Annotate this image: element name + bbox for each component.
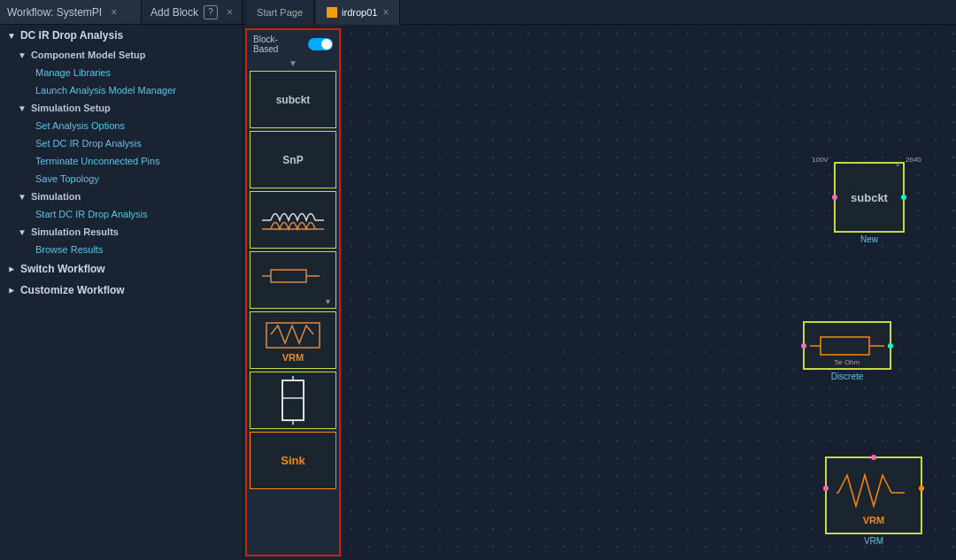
svg-rect-4 bbox=[271, 270, 306, 282]
irdrop01-tab-label: irdrop01 bbox=[342, 7, 377, 18]
sim-setup-subsection: ▼ Simulation Setup Set Analysis Options … bbox=[0, 99, 243, 188]
customize-workflow-label: Customize Workflow bbox=[20, 284, 125, 296]
add-block-label: Add Block bbox=[150, 6, 198, 19]
discrete-label: Discrete bbox=[831, 372, 864, 381]
dc-ir-arrow: ▼ bbox=[7, 31, 16, 41]
block-subckt[interactable]: subckt bbox=[250, 71, 336, 128]
sim-results-arrow: ▼ bbox=[18, 227, 27, 237]
block-via[interactable] bbox=[250, 372, 336, 429]
resistor-icon bbox=[258, 258, 328, 303]
workflow-tab-label: Workflow: SystemPI bbox=[7, 6, 102, 19]
customize-workflow-arrow: ▼ bbox=[6, 286, 16, 295]
browse-results-item[interactable]: Browse Results bbox=[11, 241, 243, 258]
irdrop01-tab[interactable]: irdrop01 × bbox=[316, 0, 400, 25]
sim-setup-header[interactable]: ▼ Simulation Setup bbox=[11, 99, 243, 117]
block-snp[interactable]: SnP bbox=[250, 131, 336, 188]
tabs-area: Start Page irdrop01 × bbox=[243, 0, 956, 24]
vrm-symbol bbox=[262, 318, 324, 352]
simulation-subsection: ▼ Simulation Start DC IR Drop Analysis bbox=[0, 188, 243, 223]
block-based-toggle[interactable] bbox=[308, 38, 333, 50]
switch-workflow-section[interactable]: ▼ Switch Workflow bbox=[0, 258, 243, 280]
add-block-panel: Block-Based ▼ subckt SnP bbox=[245, 28, 341, 556]
vrm-canvas-label: VRM bbox=[863, 515, 884, 525]
component-model-subsection: ▼ Component Model Setup Manage Libraries… bbox=[0, 46, 243, 99]
simulation-label: Simulation bbox=[31, 191, 81, 202]
inductor-icon bbox=[258, 198, 328, 242]
vrm-block-content: VRM bbox=[262, 318, 324, 363]
main-layout: ▼ DC IR Drop Analysis ▼ Component Model … bbox=[0, 25, 956, 560]
workflow-close-icon[interactable]: × bbox=[111, 6, 117, 19]
switch-workflow-arrow: ▼ bbox=[6, 265, 16, 273]
vrm-pin-left bbox=[823, 486, 829, 491]
block-based-row: Block-Based bbox=[250, 33, 336, 56]
vrm-canvas-svg bbox=[834, 466, 914, 515]
simulation-header[interactable]: ▼ Simulation bbox=[11, 188, 243, 205]
vrm-block-label: VRM bbox=[282, 352, 304, 363]
workflow-tab[interactable]: Workflow: SystemPI × bbox=[0, 0, 142, 24]
help-button[interactable]: ? bbox=[204, 5, 218, 19]
terminate-item[interactable]: Terminate Unconnected Pins bbox=[11, 152, 243, 170]
component-box-discrete: 5e Ohm bbox=[803, 321, 891, 370]
component-vrm[interactable]: VRM VRM bbox=[825, 456, 922, 546]
simulation-arrow: ▼ bbox=[18, 192, 27, 202]
block-based-label: Block-Based bbox=[253, 35, 303, 54]
switch-workflow-label: Switch Workflow bbox=[20, 263, 105, 275]
irdrop01-tab-icon bbox=[327, 7, 337, 18]
discrete-pin-left bbox=[801, 343, 806, 349]
toggle-knob bbox=[321, 39, 332, 50]
block-sink-label: Sink bbox=[281, 454, 305, 467]
top-bar: Workflow: SystemPI × Add Block ? × Start… bbox=[0, 0, 956, 25]
wire-label-1: 100V bbox=[812, 156, 829, 164]
irdrop01-close-icon[interactable]: × bbox=[382, 6, 389, 19]
component-subckt-new[interactable]: subckt s New bbox=[834, 162, 905, 244]
resistor-dropdown: ▼ bbox=[324, 297, 332, 306]
set-dc-ir-item[interactable]: Set DC IR Drop Analysis bbox=[11, 134, 243, 152]
subckt-new-label: New bbox=[860, 234, 878, 244]
subckt-new-text: subckt bbox=[851, 191, 888, 204]
dropdown-arrow[interactable]: ▼ bbox=[250, 58, 336, 68]
sidebar: ▼ DC IR Drop Analysis ▼ Component Model … bbox=[0, 25, 243, 560]
sim-results-label: Simulation Results bbox=[31, 226, 119, 237]
component-model-arrow: ▼ bbox=[18, 50, 27, 60]
vrm-pin-top bbox=[871, 455, 876, 460]
manage-libraries-item[interactable]: Manage Libraries bbox=[11, 64, 243, 81]
sim-results-subsection: ▼ Simulation Results Browse Results bbox=[0, 223, 243, 258]
add-block-close-icon[interactable]: × bbox=[227, 6, 233, 19]
customize-workflow-section[interactable]: ▼ Customize Workflow bbox=[0, 280, 243, 301]
component-box-subckt-new: subckt s bbox=[834, 162, 905, 233]
dc-ir-label: DC IR Drop Analysis bbox=[20, 29, 123, 42]
save-topology-item[interactable]: Save Topology bbox=[11, 170, 243, 188]
add-block-tab: Add Block ? × bbox=[142, 0, 243, 24]
launch-analysis-item[interactable]: Launch Analysis Model Manager bbox=[11, 81, 243, 99]
component-model-label: Component Model Setup bbox=[31, 50, 146, 60]
discrete-value: 5e Ohm bbox=[835, 358, 860, 366]
dc-ir-section[interactable]: ▼ DC IR Drop Analysis bbox=[0, 25, 243, 46]
sim-setup-arrow: ▼ bbox=[18, 104, 27, 113]
block-inductor[interactable] bbox=[250, 191, 336, 249]
block-vrm[interactable]: VRM bbox=[250, 311, 336, 369]
vrm-canvas-name: VRM bbox=[864, 536, 883, 546]
block-subckt-label: subckt bbox=[276, 94, 311, 106]
sim-results-header[interactable]: ▼ Simulation Results bbox=[11, 223, 243, 241]
discrete-pin-right bbox=[888, 343, 893, 349]
canvas-area[interactable]: subckt s New SnP S Sink bbox=[343, 25, 956, 560]
component-box-vrm: VRM bbox=[825, 456, 922, 534]
set-analysis-item[interactable]: Set Analysis Options bbox=[11, 117, 243, 134]
sim-setup-label: Simulation Setup bbox=[31, 103, 111, 113]
vrm-pin-right bbox=[919, 486, 924, 491]
svg-rect-7 bbox=[282, 380, 304, 420]
block-snp-label: SnP bbox=[282, 154, 303, 166]
wire-label-2: 2640 bbox=[906, 156, 921, 164]
via-symbol bbox=[266, 376, 320, 425]
subckt-new-pin-top-label: s bbox=[896, 160, 899, 168]
block-sink[interactable]: Sink bbox=[250, 432, 336, 489]
start-page-label: Start Page bbox=[257, 7, 303, 18]
block-resistor[interactable]: ▼ bbox=[250, 251, 336, 309]
subckt-new-pin-right bbox=[901, 195, 906, 200]
component-discrete[interactable]: 5e Ohm Discrete bbox=[803, 321, 891, 381]
subckt-new-pin-left bbox=[832, 195, 837, 200]
svg-rect-26 bbox=[821, 337, 869, 355]
component-model-header[interactable]: ▼ Component Model Setup bbox=[11, 46, 243, 64]
start-page-tab[interactable]: Start Page bbox=[246, 0, 314, 25]
start-dc-ir-item[interactable]: Start DC IR Drop Analysis bbox=[11, 205, 243, 223]
